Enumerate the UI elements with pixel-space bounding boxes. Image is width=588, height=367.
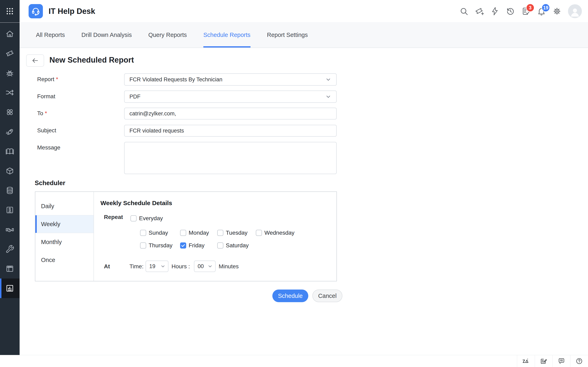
left-sidebar bbox=[0, 22, 20, 355]
notifications-badge: 19 bbox=[541, 3, 550, 12]
cancel-button[interactable]: Cancel bbox=[312, 290, 342, 302]
bottom-bar bbox=[0, 355, 588, 367]
sidebar-item-home-icon[interactable] bbox=[0, 24, 20, 44]
to-field-wrap bbox=[124, 108, 337, 119]
message-label: Message bbox=[37, 144, 61, 151]
sidebar-item-views-layout-icon[interactable] bbox=[0, 259, 20, 278]
friday-checkbox[interactable] bbox=[180, 242, 186, 249]
quick-actions-icon[interactable] bbox=[490, 7, 499, 16]
required-asterisk: * bbox=[45, 110, 47, 117]
thursday-checkbox[interactable] bbox=[140, 242, 146, 249]
wednesday-checkbox[interactable] bbox=[256, 230, 262, 236]
day-option: Friday bbox=[180, 242, 205, 249]
app-title: IT Help Desk bbox=[49, 7, 95, 16]
headset-icon bbox=[31, 7, 40, 16]
weekly-schedule-title: Weekly Schedule Details bbox=[100, 200, 172, 207]
hours-select[interactable]: 19 bbox=[146, 261, 168, 272]
tuesday-checkbox[interactable] bbox=[217, 230, 223, 236]
page-title: New Scheduled Report bbox=[49, 53, 134, 67]
tab-report-settings[interactable]: Report Settings bbox=[267, 22, 308, 48]
settings-gear-icon[interactable] bbox=[553, 7, 562, 16]
monday-label: Monday bbox=[189, 230, 209, 236]
zia-assistant-icon[interactable] bbox=[517, 355, 535, 367]
to-label: To* bbox=[37, 110, 47, 117]
everyday-label: Everyday bbox=[139, 215, 163, 222]
scheduler-tab-weekly[interactable]: Weekly bbox=[35, 215, 94, 233]
hours-label: Hours : bbox=[172, 263, 190, 270]
top-bar: IT Help Desk 3 19 bbox=[0, 0, 588, 23]
schedule-button[interactable]: Schedule bbox=[272, 290, 308, 302]
sidebar-item-projects-rocket-icon[interactable] bbox=[0, 122, 20, 142]
sunday-label: Sunday bbox=[149, 230, 168, 236]
format-select-value: PDF bbox=[130, 94, 140, 100]
weekly-schedule-details: Weekly Schedule Details Repeat Everyday … bbox=[94, 192, 337, 281]
time-label: Time: bbox=[130, 263, 144, 270]
tab-drill-down-analysis[interactable]: Drill Down Analysis bbox=[81, 22, 132, 48]
approvals-badge: 3 bbox=[526, 3, 535, 12]
subject-input[interactable] bbox=[124, 125, 337, 137]
hours-select-value: 19 bbox=[149, 263, 155, 269]
to-input[interactable] bbox=[124, 108, 337, 119]
feedback-edit-icon[interactable] bbox=[535, 355, 553, 367]
format-label: Format bbox=[37, 93, 55, 100]
sidebar-item-admin-wrench-icon[interactable] bbox=[0, 239, 20, 259]
chevron-down-icon bbox=[160, 264, 165, 269]
scheduler-tab-monthly[interactable]: Monthly bbox=[35, 233, 94, 251]
tab-query-reports[interactable]: Query Reports bbox=[148, 22, 187, 48]
saturday-checkbox[interactable] bbox=[217, 242, 223, 249]
sidebar-item-contracts-handshake-icon[interactable] bbox=[0, 220, 20, 239]
approvals-icon[interactable]: 3 bbox=[521, 7, 530, 16]
search-icon[interactable] bbox=[459, 7, 468, 16]
report-select[interactable]: FCR Violated Requests By Technician bbox=[124, 73, 337, 86]
message-field-wrap bbox=[124, 142, 337, 175]
history-icon[interactable] bbox=[506, 7, 515, 16]
required-asterisk: * bbox=[56, 76, 58, 82]
message-textarea[interactable] bbox=[124, 142, 337, 174]
wednesday-label: Wednesday bbox=[264, 230, 294, 236]
user-avatar[interactable] bbox=[568, 4, 582, 18]
main-content: All Reports Drill Down Analysis Query Re… bbox=[20, 22, 588, 355]
day-option: Tuesday bbox=[217, 230, 247, 236]
monday-checkbox[interactable] bbox=[180, 230, 186, 236]
minutes-label: Minutes bbox=[219, 263, 239, 270]
add-ticket-icon[interactable] bbox=[475, 7, 484, 16]
scheduler-tab-once[interactable]: Once bbox=[35, 251, 94, 269]
minutes-select[interactable]: 00 bbox=[194, 261, 216, 272]
chat-icon[interactable] bbox=[553, 355, 570, 367]
sidebar-item-changes-shuffle-icon[interactable] bbox=[0, 83, 20, 102]
sidebar-item-solutions-book-icon[interactable] bbox=[0, 142, 20, 161]
notifications-bell-icon[interactable]: 19 bbox=[537, 7, 546, 16]
help-icon[interactable] bbox=[570, 355, 588, 367]
report-select-value: FCR Violated Requests By Technician bbox=[130, 76, 222, 83]
day-option: Thursday bbox=[140, 242, 173, 249]
sidebar-item-problems-bug-icon[interactable] bbox=[0, 63, 20, 83]
scheduler-tab-daily[interactable]: Daily bbox=[35, 197, 94, 215]
subject-label: Subject bbox=[37, 127, 56, 134]
everyday-checkbox[interactable] bbox=[130, 215, 137, 221]
sidebar-item-cmdb-database-icon[interactable] bbox=[0, 181, 20, 200]
sidebar-item-reports-chart-icon[interactable] bbox=[0, 278, 20, 298]
format-select[interactable]: PDF bbox=[124, 91, 337, 103]
subject-field-wrap bbox=[124, 125, 337, 137]
chevron-down-icon bbox=[325, 94, 331, 100]
sidebar-item-requests-ticket-icon[interactable] bbox=[0, 44, 20, 63]
at-label: At bbox=[104, 263, 110, 270]
sunday-checkbox[interactable] bbox=[140, 230, 146, 236]
app-window: IT Help Desk 3 19 bbox=[0, 0, 588, 367]
day-option: Saturday bbox=[217, 242, 249, 249]
tab-all-reports[interactable]: All Reports bbox=[36, 22, 65, 48]
day-option: Sunday bbox=[140, 230, 168, 236]
everyday-option: Everyday bbox=[130, 215, 163, 222]
back-button[interactable] bbox=[26, 54, 44, 67]
day-option: Monday bbox=[180, 230, 209, 236]
sidebar-item-assets-box-icon[interactable] bbox=[0, 161, 20, 181]
report-label: Report* bbox=[37, 76, 58, 83]
tuesday-label: Tuesday bbox=[226, 230, 247, 236]
friday-label: Friday bbox=[189, 242, 205, 249]
app-grid-button[interactable] bbox=[0, 0, 20, 22]
sidebar-item-releases-patch-icon[interactable] bbox=[0, 102, 20, 122]
app-logo[interactable] bbox=[29, 4, 43, 18]
sidebar-item-purchase-billing-icon[interactable] bbox=[0, 200, 20, 220]
scheduler-heading: Scheduler bbox=[35, 179, 65, 187]
tab-schedule-reports[interactable]: Schedule Reports bbox=[203, 22, 251, 48]
